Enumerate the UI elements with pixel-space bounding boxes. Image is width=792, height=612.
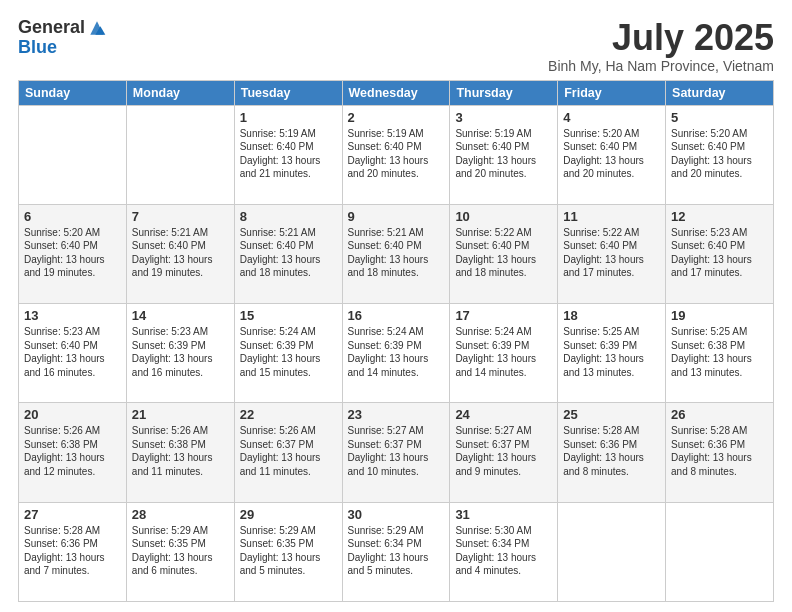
calendar-day-cell: 30Sunrise: 5:29 AM Sunset: 6:34 PM Dayli… — [342, 502, 450, 601]
logo-general: General — [18, 18, 85, 38]
day-number: 24 — [455, 407, 552, 422]
day-info: Sunrise: 5:26 AM Sunset: 6:38 PM Dayligh… — [132, 424, 229, 478]
day-number: 27 — [24, 507, 121, 522]
day-info: Sunrise: 5:19 AM Sunset: 6:40 PM Dayligh… — [240, 127, 337, 181]
calendar-day-cell: 11Sunrise: 5:22 AM Sunset: 6:40 PM Dayli… — [558, 204, 666, 303]
calendar-day-cell: 21Sunrise: 5:26 AM Sunset: 6:38 PM Dayli… — [126, 403, 234, 502]
calendar-day-cell: 10Sunrise: 5:22 AM Sunset: 6:40 PM Dayli… — [450, 204, 558, 303]
day-number: 4 — [563, 110, 660, 125]
calendar-day-cell: 23Sunrise: 5:27 AM Sunset: 6:37 PM Dayli… — [342, 403, 450, 502]
calendar-week-row: 27Sunrise: 5:28 AM Sunset: 6:36 PM Dayli… — [19, 502, 774, 601]
day-info: Sunrise: 5:24 AM Sunset: 6:39 PM Dayligh… — [348, 325, 445, 379]
day-info: Sunrise: 5:21 AM Sunset: 6:40 PM Dayligh… — [240, 226, 337, 280]
calendar-week-row: 13Sunrise: 5:23 AM Sunset: 6:40 PM Dayli… — [19, 304, 774, 403]
location: Binh My, Ha Nam Province, Vietnam — [548, 58, 774, 74]
day-number: 11 — [563, 209, 660, 224]
calendar-day-cell: 20Sunrise: 5:26 AM Sunset: 6:38 PM Dayli… — [19, 403, 127, 502]
day-number: 14 — [132, 308, 229, 323]
day-info: Sunrise: 5:28 AM Sunset: 6:36 PM Dayligh… — [563, 424, 660, 478]
calendar-day-cell: 16Sunrise: 5:24 AM Sunset: 6:39 PM Dayli… — [342, 304, 450, 403]
day-info: Sunrise: 5:22 AM Sunset: 6:40 PM Dayligh… — [455, 226, 552, 280]
day-info: Sunrise: 5:30 AM Sunset: 6:34 PM Dayligh… — [455, 524, 552, 578]
day-info: Sunrise: 5:22 AM Sunset: 6:40 PM Dayligh… — [563, 226, 660, 280]
weekday-header-row: SundayMondayTuesdayWednesdayThursdayFrid… — [19, 80, 774, 105]
logo-icon — [87, 18, 107, 38]
day-info: Sunrise: 5:23 AM Sunset: 6:40 PM Dayligh… — [671, 226, 768, 280]
day-info: Sunrise: 5:21 AM Sunset: 6:40 PM Dayligh… — [132, 226, 229, 280]
calendar-day-cell: 8Sunrise: 5:21 AM Sunset: 6:40 PM Daylig… — [234, 204, 342, 303]
calendar-table: SundayMondayTuesdayWednesdayThursdayFrid… — [18, 80, 774, 602]
calendar-day-cell — [666, 502, 774, 601]
calendar-day-cell: 22Sunrise: 5:26 AM Sunset: 6:37 PM Dayli… — [234, 403, 342, 502]
weekday-header-cell: Thursday — [450, 80, 558, 105]
weekday-header-cell: Saturday — [666, 80, 774, 105]
calendar-day-cell: 14Sunrise: 5:23 AM Sunset: 6:39 PM Dayli… — [126, 304, 234, 403]
day-number: 23 — [348, 407, 445, 422]
day-number: 20 — [24, 407, 121, 422]
month-year: July 2025 — [548, 18, 774, 58]
day-info: Sunrise: 5:29 AM Sunset: 6:34 PM Dayligh… — [348, 524, 445, 578]
calendar-week-row: 20Sunrise: 5:26 AM Sunset: 6:38 PM Dayli… — [19, 403, 774, 502]
calendar-day-cell: 15Sunrise: 5:24 AM Sunset: 6:39 PM Dayli… — [234, 304, 342, 403]
day-number: 29 — [240, 507, 337, 522]
calendar-week-row: 1Sunrise: 5:19 AM Sunset: 6:40 PM Daylig… — [19, 105, 774, 204]
day-number: 3 — [455, 110, 552, 125]
day-info: Sunrise: 5:28 AM Sunset: 6:36 PM Dayligh… — [24, 524, 121, 578]
day-number: 8 — [240, 209, 337, 224]
calendar-day-cell: 26Sunrise: 5:28 AM Sunset: 6:36 PM Dayli… — [666, 403, 774, 502]
day-info: Sunrise: 5:26 AM Sunset: 6:37 PM Dayligh… — [240, 424, 337, 478]
calendar-day-cell: 29Sunrise: 5:29 AM Sunset: 6:35 PM Dayli… — [234, 502, 342, 601]
calendar-day-cell: 9Sunrise: 5:21 AM Sunset: 6:40 PM Daylig… — [342, 204, 450, 303]
page: General Blue July 2025 Binh My, Ha Nam P… — [0, 0, 792, 612]
calendar-day-cell: 5Sunrise: 5:20 AM Sunset: 6:40 PM Daylig… — [666, 105, 774, 204]
calendar-day-cell: 7Sunrise: 5:21 AM Sunset: 6:40 PM Daylig… — [126, 204, 234, 303]
day-number: 15 — [240, 308, 337, 323]
day-number: 25 — [563, 407, 660, 422]
day-info: Sunrise: 5:20 AM Sunset: 6:40 PM Dayligh… — [671, 127, 768, 181]
calendar-day-cell: 19Sunrise: 5:25 AM Sunset: 6:38 PM Dayli… — [666, 304, 774, 403]
calendar-day-cell: 4Sunrise: 5:20 AM Sunset: 6:40 PM Daylig… — [558, 105, 666, 204]
weekday-header-cell: Friday — [558, 80, 666, 105]
calendar-day-cell: 1Sunrise: 5:19 AM Sunset: 6:40 PM Daylig… — [234, 105, 342, 204]
day-number: 30 — [348, 507, 445, 522]
day-number: 7 — [132, 209, 229, 224]
weekday-header-cell: Tuesday — [234, 80, 342, 105]
calendar-day-cell: 25Sunrise: 5:28 AM Sunset: 6:36 PM Dayli… — [558, 403, 666, 502]
day-info: Sunrise: 5:20 AM Sunset: 6:40 PM Dayligh… — [563, 127, 660, 181]
day-info: Sunrise: 5:28 AM Sunset: 6:36 PM Dayligh… — [671, 424, 768, 478]
day-info: Sunrise: 5:20 AM Sunset: 6:40 PM Dayligh… — [24, 226, 121, 280]
calendar-day-cell: 24Sunrise: 5:27 AM Sunset: 6:37 PM Dayli… — [450, 403, 558, 502]
day-info: Sunrise: 5:19 AM Sunset: 6:40 PM Dayligh… — [455, 127, 552, 181]
day-number: 5 — [671, 110, 768, 125]
calendar-body: 1Sunrise: 5:19 AM Sunset: 6:40 PM Daylig… — [19, 105, 774, 601]
weekday-header-cell: Wednesday — [342, 80, 450, 105]
day-info: Sunrise: 5:24 AM Sunset: 6:39 PM Dayligh… — [455, 325, 552, 379]
day-number: 12 — [671, 209, 768, 224]
calendar-day-cell: 27Sunrise: 5:28 AM Sunset: 6:36 PM Dayli… — [19, 502, 127, 601]
logo: General Blue — [18, 18, 107, 58]
calendar-day-cell: 28Sunrise: 5:29 AM Sunset: 6:35 PM Dayli… — [126, 502, 234, 601]
day-info: Sunrise: 5:21 AM Sunset: 6:40 PM Dayligh… — [348, 226, 445, 280]
day-info: Sunrise: 5:27 AM Sunset: 6:37 PM Dayligh… — [455, 424, 552, 478]
day-number: 18 — [563, 308, 660, 323]
day-number: 10 — [455, 209, 552, 224]
day-number: 9 — [348, 209, 445, 224]
day-number: 1 — [240, 110, 337, 125]
calendar-week-row: 6Sunrise: 5:20 AM Sunset: 6:40 PM Daylig… — [19, 204, 774, 303]
day-number: 6 — [24, 209, 121, 224]
day-info: Sunrise: 5:29 AM Sunset: 6:35 PM Dayligh… — [240, 524, 337, 578]
weekday-header-cell: Monday — [126, 80, 234, 105]
calendar-day-cell — [19, 105, 127, 204]
calendar-day-cell: 18Sunrise: 5:25 AM Sunset: 6:39 PM Dayli… — [558, 304, 666, 403]
calendar-day-cell: 3Sunrise: 5:19 AM Sunset: 6:40 PM Daylig… — [450, 105, 558, 204]
day-number: 13 — [24, 308, 121, 323]
calendar-day-cell — [558, 502, 666, 601]
weekday-header-cell: Sunday — [19, 80, 127, 105]
calendar-day-cell: 2Sunrise: 5:19 AM Sunset: 6:40 PM Daylig… — [342, 105, 450, 204]
day-number: 26 — [671, 407, 768, 422]
day-number: 17 — [455, 308, 552, 323]
calendar-day-cell: 17Sunrise: 5:24 AM Sunset: 6:39 PM Dayli… — [450, 304, 558, 403]
day-number: 22 — [240, 407, 337, 422]
calendar-day-cell — [126, 105, 234, 204]
calendar-day-cell: 31Sunrise: 5:30 AM Sunset: 6:34 PM Dayli… — [450, 502, 558, 601]
